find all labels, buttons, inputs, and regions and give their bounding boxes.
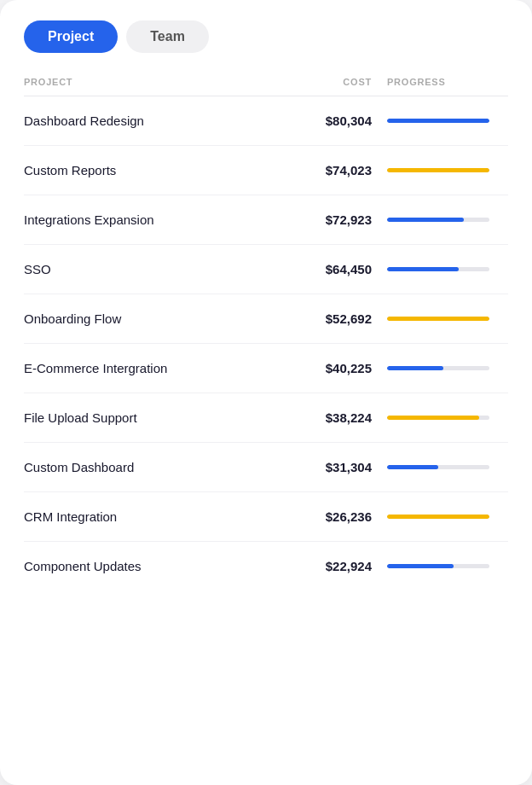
cost-value: $64,450 <box>278 262 372 276</box>
table-body: Dashboard Redesign $80,304 Custom Report… <box>24 96 508 590</box>
project-name: Custom Dashboard <box>24 460 278 474</box>
table-row: E-Commerce Intergration $40,225 <box>24 344 508 393</box>
project-name: Onboarding Flow <box>24 311 278 326</box>
progress-cell <box>372 564 508 568</box>
progress-bar-bg <box>387 119 489 123</box>
table-row: Onboarding Flow $52,692 <box>24 294 508 344</box>
table-row: Component Updates $22,924 <box>24 542 508 590</box>
table-row: Custom Reports $74,023 <box>24 146 508 195</box>
progress-bar-fill <box>387 317 489 321</box>
cost-value: $38,224 <box>278 410 372 425</box>
table-header: PROJECT COST PROGRESS <box>24 77 508 96</box>
tab-group: Project Team <box>24 20 508 53</box>
progress-bar-bg <box>387 366 489 370</box>
progress-cell <box>372 267 508 271</box>
cost-value: $74,023 <box>278 163 372 177</box>
progress-cell <box>372 119 508 123</box>
project-name: Integrations Expansion <box>24 212 278 227</box>
progress-cell <box>372 366 508 370</box>
project-name: Custom Reports <box>24 163 278 177</box>
project-name: Dashboard Redesign <box>24 113 278 128</box>
progress-bar-fill <box>387 465 438 469</box>
progress-bar-bg <box>387 416 489 420</box>
project-name: CRM Integration <box>24 509 278 524</box>
progress-bar-bg <box>387 465 489 469</box>
progress-bar-fill <box>387 564 454 568</box>
tab-project[interactable]: Project <box>24 20 118 53</box>
project-name: SSO <box>24 262 278 276</box>
cost-value: $52,692 <box>278 311 372 326</box>
progress-bar-fill <box>387 168 489 172</box>
progress-cell <box>372 416 508 420</box>
cost-value: $22,924 <box>278 559 372 573</box>
progress-cell <box>372 218 508 222</box>
table-row: Integrations Expansion $72,923 <box>24 195 508 245</box>
cost-value: $80,304 <box>278 113 372 128</box>
table-row: SSO $64,450 <box>24 245 508 294</box>
table-row: File Upload Support $38,224 <box>24 393 508 443</box>
progress-bar-fill <box>387 416 479 420</box>
col-header-cost: COST <box>278 77 372 87</box>
project-name: File Upload Support <box>24 410 278 425</box>
tab-team[interactable]: Team <box>126 20 209 53</box>
progress-cell <box>372 515 508 519</box>
col-header-progress: PROGRESS <box>372 77 508 87</box>
progress-bar-fill <box>387 515 489 519</box>
progress-bar-fill <box>387 119 489 123</box>
progress-bar-fill <box>387 218 464 222</box>
progress-bar-bg <box>387 267 489 271</box>
progress-bar-bg <box>387 168 489 172</box>
project-name: Component Updates <box>24 559 278 573</box>
cost-value: $26,236 <box>278 509 372 524</box>
cost-value: $72,923 <box>278 212 372 227</box>
progress-cell <box>372 465 508 469</box>
project-name: E-Commerce Intergration <box>24 361 278 375</box>
progress-bar-fill <box>387 267 459 271</box>
progress-bar-bg <box>387 515 489 519</box>
progress-cell <box>372 168 508 172</box>
table-row: Dashboard Redesign $80,304 <box>24 96 508 146</box>
progress-bar-bg <box>387 218 489 222</box>
cost-value: $40,225 <box>278 361 372 375</box>
table-row: Custom Dashboard $31,304 <box>24 443 508 492</box>
table-row: CRM Integration $26,236 <box>24 492 508 542</box>
cost-value: $31,304 <box>278 460 372 474</box>
main-card: Project Team PROJECT COST PROGRESS Dashb… <box>0 0 532 785</box>
col-header-project: PROJECT <box>24 77 278 87</box>
progress-cell <box>372 317 508 321</box>
progress-bar-bg <box>387 564 489 568</box>
progress-bar-bg <box>387 317 489 321</box>
progress-bar-fill <box>387 366 443 370</box>
